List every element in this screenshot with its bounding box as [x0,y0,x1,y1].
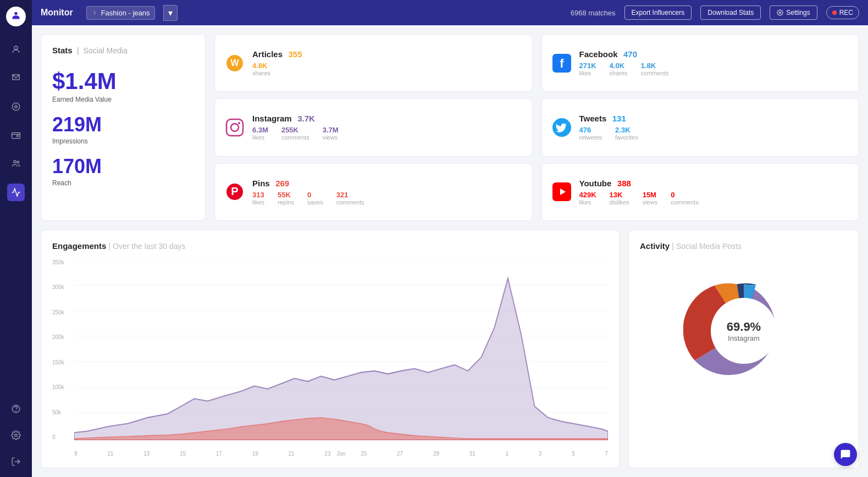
svg-point-15 [231,124,239,131]
pins-info: Pins 269 313 likes 55K repins [252,179,522,206]
tweets-card: Tweets 131 476 retweets 2.3K favorites [541,98,860,156]
matches-count: 6968 matches [571,9,616,17]
sidebar-item-settings[interactable] [7,426,25,444]
yt-comments-lbl: comments [671,199,699,206]
fb-shares-lbl: shares [610,70,628,76]
donut-pct: 69.9% [727,320,761,334]
chat-bubble[interactable] [834,443,857,466]
campaign-selector[interactable]: Fashion - jeans [86,6,155,20]
svg-point-5 [14,160,16,163]
donut-chart: 69.9% Instagram [683,270,804,391]
instagram-info: Instagram 3.7K 6.3M likes 255K comments [252,114,522,141]
ig-views-lbl: views [323,134,339,141]
download-stats-button[interactable]: Download Stats [700,5,761,20]
engagements-title: Engagements | Over the last 30 days [52,241,608,251]
svg-point-2 [12,103,20,110]
impressions-label: Impressions [52,137,194,145]
y-axis: 350k 300k 250k 200k 150k 100k 50k 0 [52,259,74,440]
social-grid-right: f Facebook 470 271K likes 4.0K s [541,34,860,221]
sidebar-item-groups[interactable] [7,155,25,173]
fb-comments-val: 1.8K [641,62,669,70]
stats-title: Stats [52,46,73,55]
svg-point-0 [14,12,18,15]
yt-likes-lbl: likes [579,199,596,206]
fb-comments-lbl: comments [641,70,669,76]
sidebar-item-help[interactable] [7,400,25,418]
chart-month-label: Jun [74,451,608,457]
rec-button[interactable]: REC [826,6,859,19]
tw-retweets-lbl: retweets [579,134,602,141]
impressions-value: 219M [52,113,194,136]
app-logo [6,7,26,26]
tweets-info: Tweets 131 476 retweets 2.3K favorites [579,114,849,141]
sidebar-item-logout[interactable] [7,453,25,470]
instagram-name: Instagram [252,114,292,123]
facebook-card: f Facebook 470 271K likes 4.0K s [541,34,860,92]
yt-dislikes-lbl: dislikes [610,199,629,206]
svg-text:f: f [560,57,564,70]
svg-text:W: W [230,58,239,68]
ig-views-val: 3.7M [323,126,339,134]
pins-comments-lbl: comments [336,199,364,206]
articles-shares-val: 4.8K [252,62,270,70]
header: Monitor Fashion - jeans ▾ 6968 matches E… [32,0,868,25]
engagements-chart: 350k 300k 250k 200k 150k 100k 50k 0 [52,259,608,457]
campaign-dropdown[interactable]: ▾ [163,5,178,21]
content-area: Stats | Social Media $1.4M Earned Media … [32,25,868,477]
articles-icon: W [225,53,245,73]
svg-rect-14 [226,119,243,136]
sidebar-item-monitor[interactable] [7,184,25,201]
stats-card: Stats | Social Media $1.4M Earned Media … [41,34,206,221]
pins-count: 269 [275,179,289,188]
facebook-info: Facebook 470 271K likes 4.0K shares [579,49,849,76]
articles-info: Articles 355 4.8K shares [252,49,522,76]
pins-saves-lbl: saves [307,199,323,206]
articles-card: W Articles 355 4.8K shares [214,34,533,92]
stats-subtitle: Social Media [84,46,128,55]
articles-shares-lbl: shares [252,70,270,76]
tweets-count: 131 [612,114,626,123]
svg-point-6 [17,161,19,163]
sidebar-item-profile[interactable] [7,41,25,58]
instagram-count: 3.7K [297,114,315,123]
rec-label: REC [839,9,853,16]
youtube-name: Youtube [579,179,612,188]
youtube-count: 388 [617,179,631,188]
yt-dislikes-val: 13K [610,191,629,199]
donut-label: 69.9% Instagram [727,320,761,342]
ig-comments-val: 255K [281,126,309,134]
chart-inner [74,259,608,440]
svg-point-9 [15,434,18,437]
sidebar [0,0,32,477]
fb-shares-val: 4.0K [610,62,628,70]
articles-count: 355 [288,49,302,59]
export-influencers-button[interactable]: Export Influencers [624,5,692,20]
facebook-name: Facebook [579,49,618,59]
svg-point-1 [14,46,18,49]
ig-comments-lbl: comments [281,134,309,141]
pins-repins-val: 55K [278,191,294,199]
activity-title: Activity | Social Media Posts [640,241,742,251]
sidebar-item-discover[interactable] [7,98,25,115]
settings-button[interactable]: Settings [770,5,817,20]
main-content: Monitor Fashion - jeans ▾ 6968 matches E… [32,0,868,477]
settings-icon [777,9,783,16]
rec-dot [832,10,837,15]
fb-likes-val: 271K [579,62,596,70]
sidebar-item-inbox[interactable] [7,69,25,87]
pins-repins-lbl: repins [278,199,294,206]
reach-value: 170M [52,155,194,178]
tweets-name: Tweets [579,114,607,123]
instagram-card: Instagram 3.7K 6.3M likes 255K comments [214,98,533,156]
yt-views-val: 15M [643,191,658,199]
pins-card: P Pins 269 313 likes 55K repins [214,163,533,221]
svg-point-8 [16,411,16,411]
activity-card: Activity | Social Media Posts [628,230,859,468]
youtube-card: Youtube 388 429K likes 13K dislikes [541,163,860,221]
app-title: Monitor [41,8,73,18]
campaign-name: Fashion - jeans [101,9,150,17]
sidebar-item-budget[interactable] [7,126,25,144]
youtube-icon [552,182,572,202]
youtube-info: Youtube 388 429K likes 13K dislikes [579,179,849,206]
engagements-card: Engagements | Over the last 30 days 350k… [41,230,620,468]
